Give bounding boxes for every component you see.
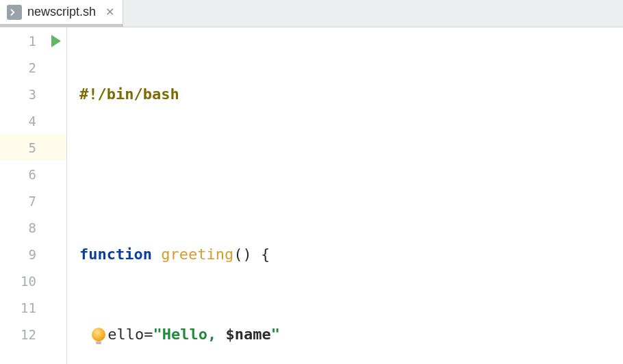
code-line-3[interactable]: function greeting() { <box>79 241 623 268</box>
line-number[interactable]: 4 <box>0 107 66 134</box>
line-number[interactable]: 10 <box>0 268 66 294</box>
code-line-2[interactable] <box>79 161 623 187</box>
line-number[interactable]: 9 <box>0 241 66 268</box>
code-line-1[interactable]: #!/bin/bash <box>79 81 623 107</box>
gutter: 1 2 3 4 5 6 7 8 9 10 11 12 <box>0 27 67 364</box>
close-icon[interactable]: ✕ <box>105 7 114 18</box>
editor: 1 2 3 4 5 6 7 8 9 10 11 12 #!/bin/bash f… <box>0 27 623 364</box>
line-number[interactable]: 12 <box>0 321 66 348</box>
code-pane[interactable]: #!/bin/bash function greeting() { hello=… <box>67 27 623 364</box>
line-number[interactable]: 5 <box>0 134 66 161</box>
line-number[interactable]: 2 <box>0 54 66 81</box>
code-line-4[interactable]: hello="Hello, $name" <box>79 321 623 348</box>
line-number[interactable]: 8 <box>0 214 66 241</box>
terminal-file-icon <box>7 5 22 20</box>
line-number[interactable]: 11 <box>0 294 66 321</box>
tab-filename: newscript.sh <box>27 5 96 19</box>
file-tab[interactable]: newscript.sh ✕ <box>0 0 123 27</box>
line-num-1: 1 <box>29 34 36 49</box>
tab-bar: newscript.sh ✕ <box>0 0 623 27</box>
line-number[interactable]: 6 <box>0 161 66 187</box>
shebang: #!/bin/bash <box>79 81 179 107</box>
intention-bulb-icon[interactable] <box>92 328 105 341</box>
line-number[interactable]: 1 <box>0 27 66 54</box>
line-number[interactable]: 7 <box>0 187 66 214</box>
run-icon[interactable] <box>51 35 61 47</box>
line-number[interactable]: 3 <box>0 81 66 107</box>
